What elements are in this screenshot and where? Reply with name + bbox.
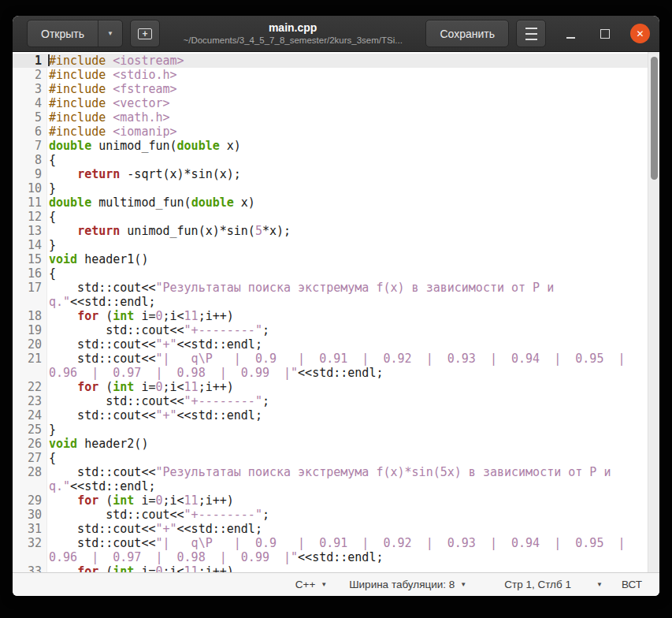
code-line[interactable]: 33 for (int i=0;i<11;i++) bbox=[13, 564, 648, 572]
code-text[interactable]: } bbox=[47, 423, 648, 437]
code-text[interactable]: std::cout<<"+"<<std::endl; bbox=[47, 337, 648, 352]
code-line[interactable]: 19 std::cout<<"+--------"; bbox=[13, 323, 648, 337]
code-text[interactable]: std::cout<<"+--------"; bbox=[47, 323, 648, 337]
code-text[interactable]: std::cout<<"+--------"; bbox=[47, 508, 648, 522]
tab-width-label: Ширина табуляции: 8 bbox=[349, 579, 455, 590]
code-line[interactable]: 21 std::cout<<"| q\P | 0.9 | 0.91 | 0.92… bbox=[13, 352, 648, 366]
vertical-scrollbar[interactable] bbox=[648, 52, 659, 572]
code-line[interactable]: 15void header1() bbox=[13, 252, 648, 266]
code-text[interactable]: { bbox=[47, 210, 648, 224]
code-line[interactable]: 4#include <vector> bbox=[13, 96, 648, 110]
line-number: 28 bbox=[13, 465, 47, 479]
code-text[interactable]: std::cout<<"| q\P | 0.9 | 0.91 | 0.92 | … bbox=[47, 536, 648, 550]
line-number: 21 bbox=[13, 352, 47, 366]
code-text[interactable]: std::cout<<"Результатаы поиска экстремум… bbox=[47, 281, 648, 295]
code-line[interactable]: q."<<std::endl; bbox=[13, 479, 648, 493]
code-line[interactable]: 0.96 | 0.97 | 0.98 | 0.99 |"<<std::endl; bbox=[13, 550, 648, 564]
code-line[interactable]: 5#include <math.h> bbox=[13, 110, 648, 125]
code-text[interactable]: } bbox=[47, 181, 648, 195]
tab-width-dropdown[interactable]: Ширина табуляции: 8 ▼ bbox=[349, 579, 466, 590]
goto-position-dropdown[interactable]: ▼ bbox=[596, 582, 603, 588]
save-button[interactable]: Сохранить bbox=[425, 20, 509, 47]
code-text[interactable]: return unimod_fun(x)*sin(5*x); bbox=[47, 224, 648, 238]
code-line[interactable]: q."<<std::endl; bbox=[13, 295, 648, 309]
code-line[interactable]: 12{ bbox=[13, 210, 648, 224]
code-text[interactable]: double unimod_fun(double x) bbox=[47, 139, 648, 153]
code-line[interactable]: 14} bbox=[13, 238, 648, 252]
code-text[interactable]: std::cout<<"+"<<std::endl; bbox=[47, 522, 648, 536]
code-line[interactable]: 26void header2() bbox=[13, 437, 648, 451]
code-line[interactable]: 10} bbox=[13, 181, 648, 195]
line-number: 11 bbox=[13, 195, 47, 210]
code-line[interactable]: 7double unimod_fun(double x) bbox=[13, 139, 648, 153]
insert-mode-indicator: ВСТ bbox=[622, 579, 642, 590]
code-line[interactable]: 1#include <iostream> bbox=[13, 54, 648, 68]
code-text[interactable]: std::cout<<"+--------"; bbox=[47, 394, 648, 408]
code-text[interactable]: void header2() bbox=[47, 437, 648, 451]
code-text[interactable]: { bbox=[47, 451, 648, 465]
code-text[interactable]: #include <stdio.h> bbox=[47, 68, 648, 82]
code-line[interactable]: 23 std::cout<<"+--------"; bbox=[13, 394, 648, 408]
code-line[interactable]: 24 std::cout<<"+"<<std::endl; bbox=[13, 408, 648, 423]
code-text[interactable]: q."<<std::endl; bbox=[47, 479, 648, 493]
code-line[interactable]: 30 std::cout<<"+--------"; bbox=[13, 508, 648, 522]
code-text[interactable]: #include <iomanip> bbox=[47, 125, 648, 139]
code-line[interactable]: 9 return -sqrt(x)*sin(x); bbox=[13, 167, 648, 181]
open-dropdown-button[interactable]: ▼ bbox=[98, 20, 122, 47]
code-text[interactable]: q."<<std::endl; bbox=[47, 295, 648, 309]
titlebar[interactable]: Открыть ▼ + main.cpp ~/Documents/3_4_5_7… bbox=[13, 16, 659, 52]
code-line[interactable]: 16{ bbox=[13, 266, 648, 281]
code-text[interactable]: for (int i=0;i<11;i++) bbox=[47, 380, 648, 394]
code-line[interactable]: 32 std::cout<<"| q\P | 0.9 | 0.91 | 0.92… bbox=[13, 536, 648, 550]
code-text[interactable]: #include <math.h> bbox=[47, 110, 648, 125]
line-number: 30 bbox=[13, 508, 47, 522]
minimize-button[interactable] bbox=[561, 24, 580, 43]
code-text[interactable]: for (int i=0;i<11;i++) bbox=[47, 564, 648, 572]
code-text[interactable]: 0.96 | 0.97 | 0.98 | 0.99 |"<<std::endl; bbox=[47, 550, 648, 564]
text-editor[interactable]: 1#include <iostream>2#include <stdio.h>3… bbox=[13, 52, 659, 572]
code-line[interactable]: 3#include <fstream> bbox=[13, 82, 648, 96]
code-line[interactable]: 29 for (int i=0;i<11;i++) bbox=[13, 493, 648, 508]
language-dropdown[interactable]: C++ ▼ bbox=[295, 579, 327, 590]
code-text[interactable]: std::cout<<"+"<<std::endl; bbox=[47, 408, 648, 423]
scrollbar-thumb[interactable] bbox=[651, 57, 658, 180]
code-text[interactable]: double multimod_fun(double x) bbox=[47, 195, 648, 210]
code-line[interactable]: 31 std::cout<<"+"<<std::endl; bbox=[13, 522, 648, 536]
code-text[interactable]: return -sqrt(x)*sin(x); bbox=[47, 167, 648, 181]
new-document-button[interactable]: + bbox=[130, 20, 160, 47]
line-number: 14 bbox=[13, 238, 47, 252]
line-number: 17 bbox=[13, 281, 47, 295]
code-text[interactable]: } bbox=[47, 238, 648, 252]
code-line[interactable]: 18 for (int i=0;i<11;i++) bbox=[13, 309, 648, 323]
line-number: 18 bbox=[13, 309, 47, 323]
code-line[interactable]: 13 return unimod_fun(x)*sin(5*x); bbox=[13, 224, 648, 238]
code-text[interactable]: #include <iostream> bbox=[47, 54, 648, 68]
code-text[interactable]: for (int i=0;i<11;i++) bbox=[47, 493, 648, 508]
code-text[interactable]: std::cout<<"| q\P | 0.9 | 0.91 | 0.92 | … bbox=[47, 352, 648, 366]
new-document-icon: + bbox=[138, 28, 152, 39]
code-text[interactable]: #include <fstream> bbox=[47, 82, 648, 96]
code-text[interactable]: #include <vector> bbox=[47, 96, 648, 110]
code-text[interactable]: for (int i=0;i<11;i++) bbox=[47, 309, 648, 323]
code-line[interactable]: 11double multimod_fun(double x) bbox=[13, 195, 648, 210]
maximize-button[interactable] bbox=[596, 24, 614, 43]
code-line[interactable]: 6#include <iomanip> bbox=[13, 125, 648, 139]
code-text[interactable]: 0.96 | 0.97 | 0.98 | 0.99 |"<<std::endl; bbox=[47, 366, 648, 380]
menu-button[interactable] bbox=[516, 20, 546, 47]
code-line[interactable]: 20 std::cout<<"+"<<std::endl; bbox=[13, 337, 648, 352]
code-line[interactable]: 25} bbox=[13, 423, 648, 437]
line-number bbox=[13, 366, 47, 380]
code-text[interactable]: void header1() bbox=[47, 252, 648, 266]
code-text[interactable]: { bbox=[47, 153, 648, 167]
close-button[interactable]: ✕ bbox=[630, 24, 650, 43]
code-line[interactable]: 22 for (int i=0;i<11;i++) bbox=[13, 380, 648, 394]
code-line[interactable]: 0.96 | 0.97 | 0.98 | 0.99 |"<<std::endl; bbox=[13, 366, 648, 380]
code-line[interactable]: 28 std::cout<<"Результатаы поиска экстре… bbox=[13, 465, 648, 479]
code-text[interactable]: { bbox=[47, 266, 648, 281]
code-line[interactable]: 8{ bbox=[13, 153, 648, 167]
open-button[interactable]: Открыть bbox=[28, 20, 98, 47]
code-text[interactable]: std::cout<<"Результатаы поиска экстремум… bbox=[47, 465, 648, 479]
code-line[interactable]: 2#include <stdio.h> bbox=[13, 68, 648, 82]
code-line[interactable]: 27{ bbox=[13, 451, 648, 465]
code-line[interactable]: 17 std::cout<<"Результатаы поиска экстре… bbox=[13, 281, 648, 295]
